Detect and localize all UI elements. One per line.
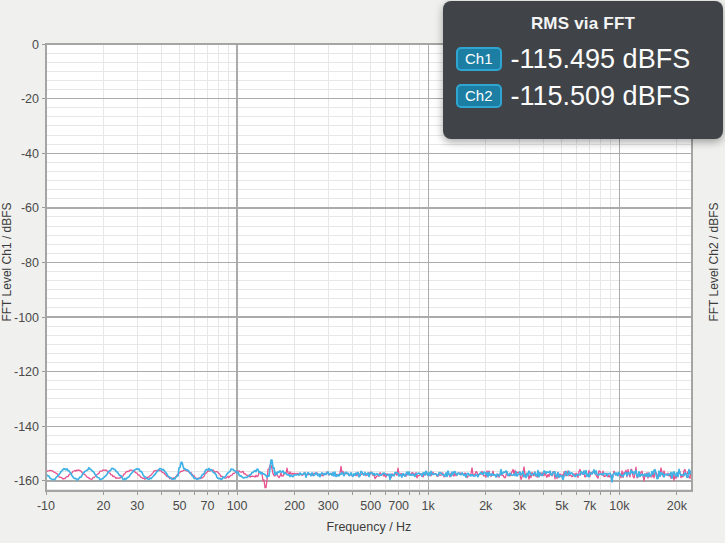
y-tick-label: -40 (21, 147, 39, 161)
y-tick-label: -160 (14, 474, 39, 488)
y-tick-label: -20 (21, 92, 39, 106)
x-tick-label: 300 (318, 499, 339, 513)
y-tick-label: 0 (32, 38, 39, 52)
x-tick-label: 3k (513, 499, 527, 513)
x-tick-label: 200 (284, 499, 305, 513)
rms-row-ch1: Ch1 -115.495 dBFS (456, 46, 723, 72)
y-tick-label: -60 (21, 201, 39, 215)
x-tick-label: 20k (667, 499, 688, 513)
ch1-badge[interactable]: Ch1 (456, 47, 502, 71)
ch2-badge[interactable]: Ch2 (456, 84, 502, 108)
x-tick-label: 500 (360, 499, 381, 513)
x-tick-label: 5k (555, 499, 569, 513)
x-tick-label: 10k (609, 499, 630, 513)
x-tick-label: 100 (227, 499, 248, 513)
y-tick-label: -120 (14, 365, 39, 379)
x-tick-label: 20 (97, 499, 111, 513)
x-axis-title: Frequency / Hz (46, 520, 692, 534)
x-tick-label: 50 (173, 499, 187, 513)
y-tick-label: -80 (21, 256, 39, 270)
y-axis-title-ch2: FFT Level Ch2 / dBFS (707, 172, 725, 352)
x-tick-label: 7k (583, 499, 597, 513)
x-tick-label: 700 (388, 499, 409, 513)
x-tick-label: 30 (130, 499, 144, 513)
ch2-rms-value: -115.509 dBFS (511, 81, 691, 112)
x-tick-label: 1k (422, 499, 436, 513)
y-axis-title-ch1: FFT Level Ch1 / dBFS (0, 172, 18, 352)
x-tick-label: 70 (201, 499, 215, 513)
rms-panel[interactable]: RMS via FFT Ch1 -115.495 dBFS Ch2 -115.5… (443, 1, 723, 139)
x-tick-label: 2k (479, 499, 493, 513)
y-tick-label: -140 (14, 420, 39, 434)
fft-analyzer-screen: 0-20-40-60-80-100-120-140-160-1020305070… (0, 0, 725, 543)
ch1-rms-value: -115.495 dBFS (511, 44, 691, 75)
rms-row-ch2: Ch2 -115.509 dBFS (456, 83, 723, 109)
rms-panel-title: RMS via FFT (443, 14, 723, 34)
x-tick-label: -10 (37, 499, 55, 513)
